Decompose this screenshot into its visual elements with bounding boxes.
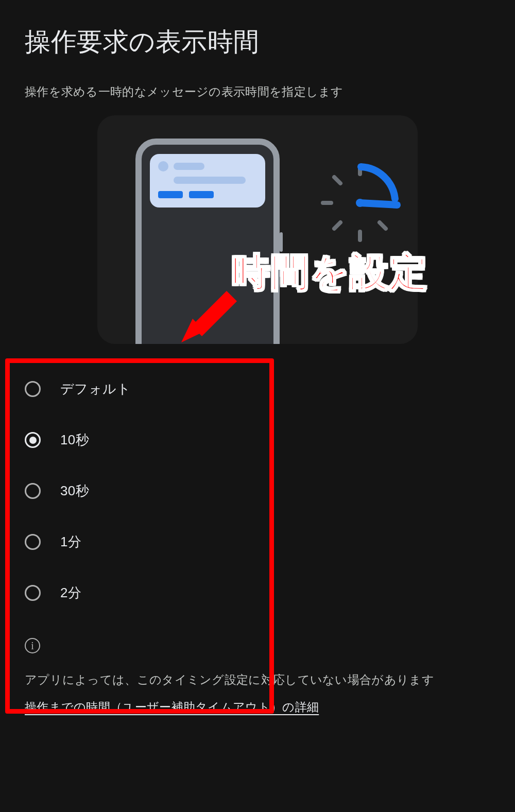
- radio-icon: [25, 483, 41, 499]
- illustration-card: [97, 115, 418, 344]
- svg-line-5: [380, 222, 386, 229]
- page-title: 操作要求の表示時間: [25, 25, 490, 59]
- footer-link[interactable]: 操作までの時間（ユーザー補助タイムアウト）の詳細: [25, 700, 319, 714]
- radio-icon: [25, 432, 41, 448]
- radio-option[interactable]: 30秒: [25, 465, 490, 516]
- timer-icon: [319, 162, 401, 244]
- radio-label: デフォルト: [60, 380, 131, 398]
- footer-note: アプリによっては、このタイミング設定に対応していない場合があります: [25, 672, 490, 688]
- svg-line-4: [334, 222, 340, 229]
- notification-mockup: [150, 154, 265, 208]
- info-row[interactable]: i: [25, 633, 490, 669]
- phone-illustration: [135, 139, 280, 344]
- annotation-text: 時間を設定: [232, 247, 428, 299]
- radio-icon: [25, 534, 41, 550]
- svg-point-7: [356, 199, 364, 207]
- radio-option[interactable]: 2分: [25, 567, 490, 618]
- svg-line-6: [360, 203, 397, 205]
- radio-option[interactable]: デフォルト: [25, 364, 490, 414]
- radio-label: 1分: [60, 533, 81, 551]
- radio-label: 30秒: [60, 482, 89, 500]
- radio-label: 2分: [60, 584, 81, 602]
- radio-label: 10秒: [60, 431, 89, 449]
- radio-icon: [25, 585, 41, 601]
- info-icon: i: [25, 638, 40, 653]
- radio-icon: [25, 381, 41, 397]
- radio-option[interactable]: 10秒: [25, 414, 490, 465]
- settings-page: 操作要求の表示時間 操作を求める一時的なメッセージの表示時間を指定します: [0, 0, 515, 812]
- radio-option[interactable]: 1分: [25, 516, 490, 567]
- page-subtitle: 操作を求める一時的なメッセージの表示時間を指定します: [25, 84, 490, 100]
- timeout-options: デフォルト10秒30秒1分2分: [25, 358, 490, 633]
- svg-line-3: [334, 177, 340, 183]
